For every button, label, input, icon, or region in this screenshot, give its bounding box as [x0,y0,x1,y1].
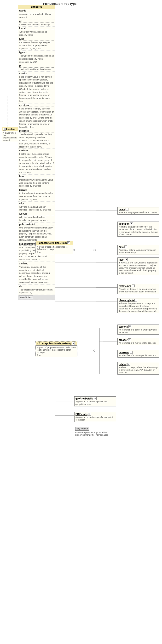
narrower-element-box: narrower + An identifier of a more speci… [118,350,159,358]
attr-how-name: how [19,175,54,178]
attr-modified: modified The date (and, optionally, the … [18,129,55,149]
attr-whyuri: whyuri Why the metadata has been include… [18,212,55,222]
poidetails-element-header: POIDetails + [76,413,115,416]
related-element-box: related + A related concept, where the r… [118,362,159,374]
attr-qcode: qcode A qualified code which identifies … [18,9,55,20]
attributes-box: attributes qcode A qualified code which … [18,5,55,300]
sameas-element-header: sameAs + [118,325,158,328]
definition-element-desc: A natural language definition of the sem… [118,226,158,236]
attr-xmllang-desc: The natural language of this property an… [19,266,50,284]
concept-rel-expand[interactable]: + [72,342,75,345]
attr-id-desc: The local identifier of the element. [19,68,52,71]
note-expand-icon[interactable]: + [124,246,127,248]
name-expand-icon[interactable]: + [126,208,128,211]
attr-typeuri-desc: The type of the concept assigned as cont… [19,54,54,63]
broader-element-desc: An identifier of a more generic concept. [118,342,158,344]
poidetails-expand-icon[interactable]: + [88,413,91,416]
concept-rel-cardinality: 0..∞ [37,354,76,356]
related-element-desc: A related concept, where the relationshi… [118,366,158,374]
location-box: + location A place where the organisatio… [2,127,18,142]
facet-element-box: facet + In NAR 1.8 and later, facet is d… [118,258,159,275]
definition-expand-icon[interactable]: + [130,222,133,225]
name-element-desc: A natural language name for the concept. [118,211,158,214]
attr-qcode-name: qcode [19,9,54,12]
concept-def-title: ··· ConceptDefinitionGroup + [36,241,73,245]
sameas-expand-icon[interactable]: + [128,325,131,328]
attr-creatoruri-desc: If the attribute is empty, specifies whi… [19,108,54,128]
hierarchyinfo-element-box: hierarchyInfo + Indicates the position o… [118,298,159,313]
attr-why-desc: Why the metadata has been included - exp… [19,206,51,211]
concept-def-dots: ··· [37,242,38,244]
narrower-expand-icon[interactable]: + [130,351,132,354]
definition-element-box: definition + A natural language definiti… [118,222,159,236]
concept-rel-title: ··· ConceptRelationshipsGroup + [36,342,77,346]
attr-type-name: type [19,38,54,40]
attr-id-name: id [19,65,54,68]
attr-creator-desc: If the property value is not defined, sp… [19,76,53,102]
broader-element-title: broader [118,339,128,341]
hierarchyinfo-element-header: hierarchyInfo + [118,299,158,302]
hierarchyinfo-element-desc: Indicates the position of a concept in a… [118,302,158,312]
related-expand-icon[interactable]: + [127,363,130,366]
facet-element-header: facet + [118,258,158,261]
sameas-element-box: sameAs + An identifier of a concept with… [118,324,159,334]
attr-why-name: why [19,202,54,205]
attr-creatoruri: creatoruri If the attribute is empty, sp… [18,104,55,129]
concept-rel-group-box: ··· ConceptRelationshipsGroup + A group … [36,341,78,357]
remoteinfo-expand-icon[interactable]: + [132,284,135,288]
definition-element-header: definition + [118,222,158,225]
location-expand-icon[interactable]: + [3,128,6,130]
svg-marker-31 [93,249,96,251]
note-element-desc: Additional natural language information … [118,249,158,254]
any-other-attrs: any ##other [18,295,55,300]
attr-type: type Represents the concept assigned as … [18,37,55,50]
attr-pubconstraint: pubconstraint One or many constraints th… [18,222,55,242]
attr-uri-name: uri [19,20,54,23]
facet-expand-icon[interactable]: + [125,258,128,261]
broader-expand-icon[interactable]: + [128,338,131,341]
geoareadetails-expand-icon[interactable]: + [94,397,96,400]
attr-uri-desc: A URI which identifies a concept. [19,24,50,26]
attr-qcode-desc: A qualified code which identifies a conc… [19,13,52,18]
attr-custom-name: custom [19,149,54,152]
attr-pubconstraint-name: pubconstraint [19,223,54,226]
attr-modified-desc: The date (and, optionally, the time) whe… [19,133,52,148]
name-element-title: name [118,208,125,211]
concept-def-desc: A group of properties required to define… [37,246,72,250]
related-element-header: related + [118,363,158,366]
attr-how-desc: Indicates by which means the value was e… [19,179,53,187]
facet-element-title: facet [118,258,124,261]
attr-dir: dir The directionality of textual conten… [18,284,55,295]
attr-literal: literal A free-text value assigned as pr… [18,26,55,37]
note-element-header: note + [118,246,158,248]
remoteinfo-element-title: remoteInfo [118,285,131,288]
concept-def-expand[interactable]: + [67,242,70,244]
any-other-label: any ##other [19,296,33,299]
attributes-title: attributes [18,5,55,9]
attr-type-desc: Represents the concept assigned as contr… [19,41,51,50]
attr-xmllang-name: xmllang [19,262,54,265]
attr-uri: uri A URI which identifies a concept. [18,20,55,27]
attr-creator: creator If the property value is not def… [18,72,55,104]
concept-rel-dots: ··· [37,342,38,345]
any-other-bottom-desc: Extension point for any-de-defined prope… [75,431,115,436]
location-desc: A place where the organisation is locate… [2,131,18,142]
geoareadetails-element-desc: A group of properties specific to a geop… [76,400,115,406]
geoareadetails-element-box: geoAreaDetails + A group of properties s… [74,396,116,406]
attr-id: id The local identifier of the element. [18,64,55,72]
svg-marker-33 [93,350,96,352]
attr-howuri-desc: Indicates by which means the value was e… [19,192,53,201]
location-title: + location [2,127,18,131]
attr-dir-name: dir [19,285,54,288]
concept-def-cardinality: 0..∞ [37,251,72,254]
facet-element-desc: In NAR 1.8 and later, facet is deprecate… [118,262,158,274]
definition-element-title: definition [118,222,130,225]
attr-dir-desc: The directionality of textual content - … [19,288,54,294]
broader-element-box: broader + An identifier of a more generi… [118,338,159,345]
hierarchyinfo-expand-icon[interactable]: + [134,299,137,302]
attr-howuri: howuri Indicates by which means the valu… [18,188,55,202]
attr-xmllang: xmllang The natural language of this pro… [18,262,55,284]
attr-pubconstraint-desc: One or many constraints that apply to pu… [19,226,53,241]
poidetails-element-box: POIDetails + A group of properties speci… [74,412,116,422]
poidetails-element-desc: A group of properties specific to a poin… [76,416,115,421]
